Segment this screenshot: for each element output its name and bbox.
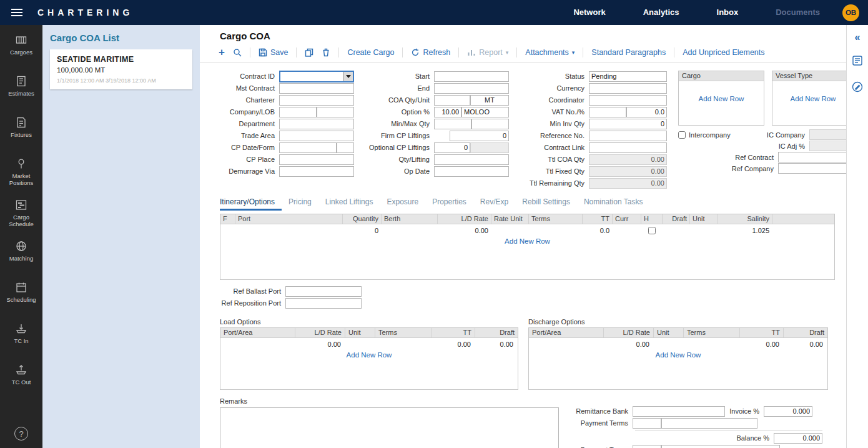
reference-no-input[interactable]: [589, 131, 667, 141]
sidebar-item-scheduling[interactable]: Scheduling: [1, 281, 42, 312]
sidebar-item-estimates[interactable]: Estimates: [1, 75, 42, 106]
cp-date-input[interactable]: [279, 142, 337, 153]
coa-qty-input[interactable]: [434, 95, 470, 106]
remarks-textarea[interactable]: [220, 407, 559, 448]
sidebar-item-tc-in[interactable]: TC In: [1, 322, 42, 354]
qty-lifting-input[interactable]: [434, 154, 509, 165]
optional-cp-liftings-input[interactable]: [434, 142, 470, 153]
discharge-options-add-new-row-link[interactable]: Add New Row: [529, 351, 827, 359]
intercompany-checkbox[interactable]: [678, 131, 686, 139]
vat-no-input[interactable]: [589, 107, 626, 117]
payment-terms2-code-input[interactable]: [633, 445, 661, 448]
form-icon: [852, 55, 863, 66]
charterer-input[interactable]: [279, 95, 354, 106]
create-cargo-button[interactable]: Create Cargo: [347, 48, 394, 57]
coa-unit-input[interactable]: [470, 95, 509, 106]
status-input[interactable]: [589, 71, 667, 82]
standard-paragraphs-button[interactable]: Standard Paragraphs: [591, 48, 666, 57]
tab-itinerary-options[interactable]: Itinerary/Options: [220, 196, 282, 211]
ic-company-field: [809, 129, 846, 140]
op-date-input[interactable]: [434, 166, 509, 177]
delete-button[interactable]: [322, 48, 330, 57]
add-button[interactable]: +: [219, 48, 225, 57]
itinerary-add-new-row-link[interactable]: Add New Row: [220, 237, 834, 245]
vat-pct-input[interactable]: [626, 107, 667, 117]
discharge-options-header: Port/Area L/D Rate Unit Terms TT Draft: [529, 328, 827, 338]
load-options-add-new-row-link[interactable]: Add New Row: [220, 351, 518, 359]
max-qty-input[interactable]: [471, 119, 509, 129]
refresh-button[interactable]: Refresh: [411, 48, 450, 57]
start-input[interactable]: [434, 71, 509, 82]
discharge-options-row[interactable]: 0.00 0.00 0.00: [529, 338, 827, 350]
search-button[interactable]: [233, 48, 242, 57]
ref-contract-input[interactable]: [778, 152, 846, 162]
sidebar-item-matching[interactable]: Matching: [1, 240, 42, 271]
sidebar-item-cargo-schedule[interactable]: Cargo Schedule: [1, 199, 42, 230]
end-input[interactable]: [434, 83, 509, 94]
tab-properties[interactable]: Properties: [425, 196, 473, 211]
option-type-input[interactable]: [461, 107, 509, 117]
ref-company-input[interactable]: [778, 163, 846, 174]
load-options-row[interactable]: 0.00 0.00 0.00: [220, 338, 518, 350]
help-icon[interactable]: ?: [14, 427, 28, 441]
tab-nomination-tasks[interactable]: Nomination Tasks: [577, 196, 650, 211]
form-column-3: Status Currency Coordinator VAT No./% Mi…: [521, 71, 667, 189]
department-input[interactable]: [279, 119, 354, 129]
top-bar: CHARTERING Network Analytics Inbox Docum…: [0, 0, 868, 25]
cp-form-input[interactable]: [337, 142, 354, 153]
right-rail: «: [846, 25, 868, 448]
collapse-panel-icon[interactable]: «: [855, 32, 861, 42]
nav-network[interactable]: Network: [555, 0, 624, 25]
firm-cp-liftings-input[interactable]: [450, 131, 509, 141]
menu-icon[interactable]: [0, 0, 34, 25]
lob-input[interactable]: [317, 107, 354, 117]
invoice-pct-input[interactable]: [764, 406, 812, 417]
payment-terms-desc-input[interactable]: [661, 418, 757, 429]
cp-place-input[interactable]: [279, 154, 354, 165]
ttl-remaining-qty-field: [589, 178, 667, 189]
sidebar-item-tc-out[interactable]: TC Out: [1, 364, 42, 395]
cargo-add-new-row-link[interactable]: Add New Row: [679, 95, 764, 102]
vessel-type-add-new-row-link[interactable]: Add New Row: [772, 95, 846, 102]
payment-terms2-desc-input[interactable]: [661, 445, 780, 448]
demurrage-via-input[interactable]: [279, 166, 354, 177]
nav-analytics[interactable]: Analytics: [624, 0, 698, 25]
ref-reposition-port-input[interactable]: [285, 298, 362, 309]
save-button[interactable]: Save: [259, 48, 289, 57]
details-panel-button[interactable]: [852, 55, 863, 69]
coa-list-item[interactable]: SEATIDE MARITIME 100,000.00 MT 1/1/2018 …: [50, 49, 192, 89]
attachments-button[interactable]: Attachments ▾: [525, 48, 575, 57]
tab-exposure[interactable]: Exposure: [380, 196, 425, 211]
remittance-bank-input[interactable]: [633, 406, 725, 417]
copy-button[interactable]: [305, 48, 313, 57]
report-button[interactable]: Report ▾: [467, 48, 508, 57]
tab-linked-liftings[interactable]: Linked Liftings: [318, 196, 380, 211]
tab-rebill-settings[interactable]: Rebill Settings: [515, 196, 577, 211]
company-input[interactable]: [279, 107, 317, 117]
balance-pct-input[interactable]: [774, 433, 822, 444]
nav-inbox[interactable]: Inbox: [698, 0, 757, 25]
ref-ballast-port-input[interactable]: [285, 286, 362, 297]
min-qty-input[interactable]: [434, 119, 471, 129]
coordinator-input[interactable]: [589, 95, 667, 106]
currency-input[interactable]: [589, 83, 667, 94]
sidebar-item-cargoes[interactable]: Cargoes: [1, 34, 42, 65]
add-unpriced-elements-button[interactable]: Add Unpriced Elements: [683, 48, 764, 57]
tab-rev-exp[interactable]: Rev/Exp: [473, 196, 515, 211]
sidebar-item-market-positions[interactable]: Market Positions: [1, 157, 42, 189]
itinerary-table-row[interactable]: 0 0.00 0.0 1.025: [220, 224, 834, 236]
itinerary-h-checkbox[interactable]: [648, 227, 656, 234]
trade-area-input[interactable]: [279, 131, 354, 141]
contract-link-input[interactable]: [589, 142, 667, 153]
sidebar-item-fixtures[interactable]: Fixtures: [1, 116, 42, 147]
tab-pricing[interactable]: Pricing: [282, 196, 318, 211]
notes-panel-button[interactable]: [852, 81, 863, 95]
contract-id-select[interactable]: [279, 71, 354, 82]
coa-card-name: SEATIDE MARITIME: [57, 55, 185, 64]
option-pct-input[interactable]: [434, 107, 461, 117]
payment-terms-code-input[interactable]: [633, 418, 661, 429]
min-inv-qty-input[interactable]: [589, 119, 667, 129]
ic-adj-pct-field: [809, 141, 846, 151]
mst-contract-input[interactable]: [279, 83, 354, 94]
user-avatar[interactable]: OB: [842, 4, 859, 21]
